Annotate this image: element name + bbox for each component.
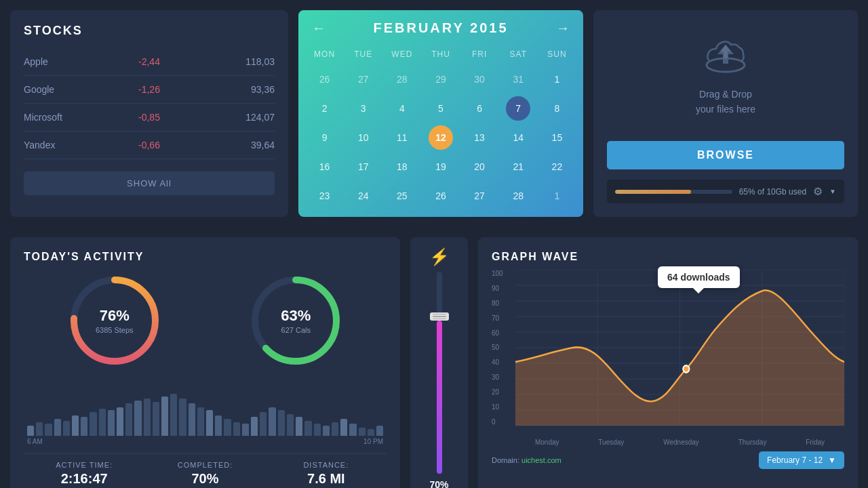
calendar-cell[interactable]: 25 [390, 184, 414, 208]
storage-text: 65% of 10Gb used [739, 187, 806, 197]
calendar-cell[interactable]: 1 [545, 67, 569, 92]
calendar-week: 2345678 [305, 95, 576, 122]
stock-change: -0,66 [107, 140, 191, 150]
graph-svg-area: 64 downloads [515, 270, 844, 426]
calendar-grid: MONTUEWEDTHUFRISATSUN 262728293031123456… [298, 46, 583, 217]
chevron-down-icon[interactable]: ▼ [829, 188, 836, 195]
calendar-cell[interactable]: 29 [429, 67, 453, 92]
calendar-weeks: 2627282930311234567891011121314151617181… [305, 66, 576, 209]
bar-col [314, 424, 321, 436]
bar-col [153, 402, 159, 436]
calendar-prev-button[interactable]: ← [312, 20, 326, 36]
graph-title: GRAPH WAVE [492, 251, 844, 263]
calendar-panel: ← FEBRUARY 2015 → MONTUEWEDTHUFRISATSUN … [298, 10, 583, 217]
bar-col [260, 412, 267, 436]
calendar-cell[interactable]: 27 [467, 184, 492, 208]
stock-change: -1,26 [107, 84, 191, 95]
calendar-cell[interactable]: 14 [506, 125, 530, 150]
domain-label: Domain: uichest.com [492, 456, 561, 464]
calendar-cell[interactable]: 10 [351, 125, 376, 150]
stocks-panel: STOCKS Apple -2,44 118,03 Google -1,26 9… [10, 10, 288, 217]
calendar-day-names: MONTUEWEDTHUFRISATSUN [305, 46, 576, 62]
calendar-cell[interactable]: 27 [351, 67, 376, 92]
storage-container: 65% of 10Gb used ⚙ ▼ [607, 180, 844, 203]
stock-name: Apple [24, 56, 107, 67]
time-start: 6 AM [27, 438, 43, 445]
stat-value: 70% [144, 471, 265, 487]
calendar-next-button[interactable]: → [556, 20, 570, 36]
stock-row: Yandex -0,66 39,64 [24, 131, 275, 159]
slider-handle[interactable] [430, 312, 449, 321]
calendar-week: 2324252627281 [305, 182, 576, 209]
calendar-cell[interactable]: 16 [313, 155, 337, 179]
stock-name: Yandex [24, 140, 107, 150]
bar-col [278, 410, 285, 436]
bar-col [304, 421, 311, 436]
date-selector[interactable]: February 7 - 12 ▼ [759, 451, 844, 469]
calendar-cell[interactable]: 2 [313, 96, 337, 121]
calendar-cell[interactable]: 26 [313, 67, 337, 92]
browse-button[interactable]: BROWSE [607, 141, 844, 169]
slider-percent: 70% [429, 479, 448, 488]
date-range: February 7 - 12 [767, 455, 823, 465]
calendar-cell[interactable]: 12 [429, 125, 453, 150]
calendar-cell[interactable]: 23 [313, 184, 337, 208]
calendar-cell[interactable]: 28 [506, 184, 530, 208]
calendar-day-name: FRI [460, 46, 499, 62]
gear-icon[interactable]: ⚙ [813, 185, 823, 198]
upload-area: Drag & Drop your files here [607, 24, 844, 131]
calendar-cell[interactable]: 9 [313, 125, 337, 150]
calendar-cell[interactable]: 6 [467, 96, 492, 121]
stock-row: Microsoft -0,85 124,07 [24, 104, 275, 131]
calendar-cell[interactable]: 3 [351, 96, 376, 121]
calendar-cell[interactable]: 30 [467, 67, 492, 92]
calendar-cell[interactable]: 13 [467, 125, 492, 150]
calendar-cell[interactable]: 24 [351, 184, 376, 208]
bar-col [269, 407, 275, 436]
activity-title: TODAY'S ACTIVITY [24, 251, 387, 263]
bar-col [323, 426, 330, 436]
calendar-cell[interactable]: 7 [506, 96, 530, 121]
calendar-cell[interactable]: 4 [390, 96, 414, 121]
bar-col [54, 419, 61, 436]
bar-col [108, 410, 115, 436]
bar-col [27, 426, 34, 436]
calendar-cell[interactable]: 17 [351, 155, 376, 179]
calendar-cell[interactable]: 21 [506, 155, 530, 179]
calendar-cell[interactable]: 28 [390, 67, 414, 92]
calendar-day-name: SAT [499, 46, 538, 62]
graph-area: 1009080706050403020100 [492, 270, 844, 446]
y-label: 100 [492, 270, 503, 277]
upload-panel: Drag & Drop your files here BROWSE 65% o… [593, 10, 858, 217]
calendar-cell[interactable]: 15 [545, 125, 569, 150]
stock-price: 39,64 [191, 140, 275, 150]
calendar-day-name: MON [305, 46, 344, 62]
bar-col [179, 399, 186, 436]
show-all-button[interactable]: SHOW All [24, 171, 275, 195]
calendar-cell[interactable]: 31 [506, 67, 530, 92]
bar-col [72, 415, 79, 436]
calendar-cell[interactable]: 1 [545, 184, 569, 208]
bar-col [99, 409, 106, 436]
bar-col [117, 407, 123, 436]
y-label: 20 [492, 388, 503, 396]
bar-col [81, 417, 87, 436]
x-label: Wednesday [663, 439, 699, 446]
calendar-cell[interactable]: 8 [545, 96, 569, 121]
calendar-title: FEBRUARY 2015 [373, 20, 508, 36]
calendar-cell[interactable]: 18 [390, 155, 414, 179]
stat-label: COMPLETED: [144, 461, 265, 469]
calendar-cell[interactable]: 11 [390, 125, 414, 150]
storage-bar-bg [615, 190, 732, 194]
bar-col [233, 422, 240, 436]
steps-circle: 76% 6385 Steps [64, 270, 165, 371]
calendar-cell[interactable]: 26 [429, 184, 453, 208]
cals-percent: 63% [281, 307, 311, 325]
calendar-cell[interactable]: 22 [545, 155, 569, 179]
calendar-cell[interactable]: 20 [467, 155, 492, 179]
calendar-week: 2627282930311 [305, 66, 576, 93]
calendar-cell[interactable]: 19 [429, 155, 453, 179]
bar-col [340, 419, 347, 436]
x-label: Monday [535, 439, 559, 446]
calendar-cell[interactable]: 5 [429, 96, 453, 121]
